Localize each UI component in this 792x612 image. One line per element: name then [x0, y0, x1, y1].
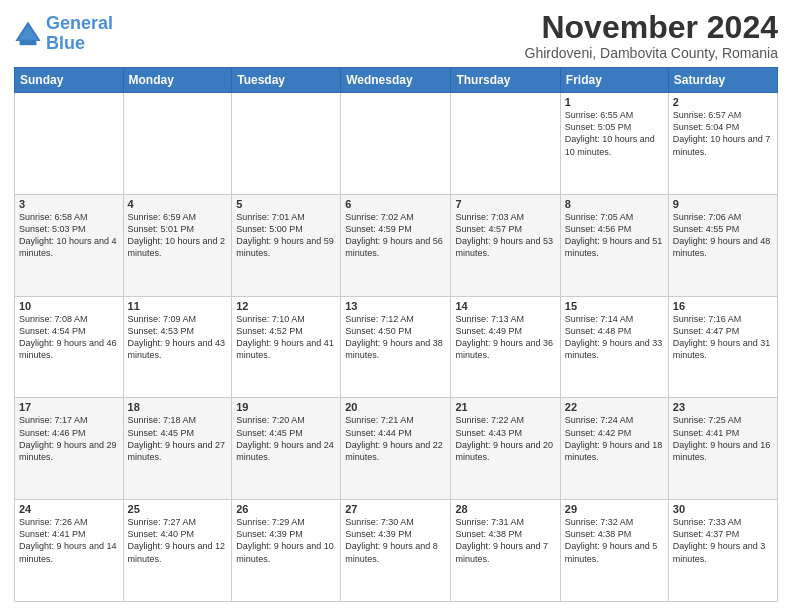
day-info: Sunrise: 7:27 AM Sunset: 4:40 PM Dayligh… — [128, 516, 228, 565]
calendar-cell: 5Sunrise: 7:01 AM Sunset: 5:00 PM Daylig… — [232, 194, 341, 296]
calendar-cell: 3Sunrise: 6:58 AM Sunset: 5:03 PM Daylig… — [15, 194, 124, 296]
day-number: 18 — [128, 401, 228, 413]
calendar-cell: 21Sunrise: 7:22 AM Sunset: 4:43 PM Dayli… — [451, 398, 560, 500]
day-info: Sunrise: 7:26 AM Sunset: 4:41 PM Dayligh… — [19, 516, 119, 565]
header-sunday: Sunday — [15, 68, 124, 93]
day-number: 5 — [236, 198, 336, 210]
calendar-cell: 8Sunrise: 7:05 AM Sunset: 4:56 PM Daylig… — [560, 194, 668, 296]
calendar-week-0: 1Sunrise: 6:55 AM Sunset: 5:05 PM Daylig… — [15, 93, 778, 195]
calendar-week-1: 3Sunrise: 6:58 AM Sunset: 5:03 PM Daylig… — [15, 194, 778, 296]
logo-blue: Blue — [46, 33, 85, 53]
calendar-cell: 14Sunrise: 7:13 AM Sunset: 4:49 PM Dayli… — [451, 296, 560, 398]
calendar-cell: 23Sunrise: 7:25 AM Sunset: 4:41 PM Dayli… — [668, 398, 777, 500]
main-title: November 2024 — [525, 10, 778, 45]
calendar-cell: 24Sunrise: 7:26 AM Sunset: 4:41 PM Dayli… — [15, 500, 124, 602]
calendar-cell: 29Sunrise: 7:32 AM Sunset: 4:38 PM Dayli… — [560, 500, 668, 602]
day-info: Sunrise: 6:58 AM Sunset: 5:03 PM Dayligh… — [19, 211, 119, 260]
day-info: Sunrise: 7:03 AM Sunset: 4:57 PM Dayligh… — [455, 211, 555, 260]
calendar-week-2: 10Sunrise: 7:08 AM Sunset: 4:54 PM Dayli… — [15, 296, 778, 398]
calendar-cell: 6Sunrise: 7:02 AM Sunset: 4:59 PM Daylig… — [341, 194, 451, 296]
day-number: 21 — [455, 401, 555, 413]
calendar-cell: 28Sunrise: 7:31 AM Sunset: 4:38 PM Dayli… — [451, 500, 560, 602]
day-number: 17 — [19, 401, 119, 413]
day-number: 28 — [455, 503, 555, 515]
calendar-cell: 9Sunrise: 7:06 AM Sunset: 4:55 PM Daylig… — [668, 194, 777, 296]
calendar-cell: 16Sunrise: 7:16 AM Sunset: 4:47 PM Dayli… — [668, 296, 777, 398]
calendar-cell: 18Sunrise: 7:18 AM Sunset: 4:45 PM Dayli… — [123, 398, 232, 500]
logo-text: General Blue — [46, 14, 113, 54]
day-info: Sunrise: 7:13 AM Sunset: 4:49 PM Dayligh… — [455, 313, 555, 362]
logo: General Blue — [14, 14, 113, 54]
logo-icon — [14, 20, 42, 48]
subtitle: Ghirdoveni, Dambovita County, Romania — [525, 45, 778, 61]
day-number: 20 — [345, 401, 446, 413]
day-number: 24 — [19, 503, 119, 515]
calendar-cell: 19Sunrise: 7:20 AM Sunset: 4:45 PM Dayli… — [232, 398, 341, 500]
day-info: Sunrise: 7:18 AM Sunset: 4:45 PM Dayligh… — [128, 414, 228, 463]
day-number: 13 — [345, 300, 446, 312]
calendar-cell: 10Sunrise: 7:08 AM Sunset: 4:54 PM Dayli… — [15, 296, 124, 398]
calendar-cell: 20Sunrise: 7:21 AM Sunset: 4:44 PM Dayli… — [341, 398, 451, 500]
day-number: 1 — [565, 96, 664, 108]
day-number: 3 — [19, 198, 119, 210]
day-info: Sunrise: 7:33 AM Sunset: 4:37 PM Dayligh… — [673, 516, 773, 565]
header-friday: Friday — [560, 68, 668, 93]
day-number: 7 — [455, 198, 555, 210]
day-info: Sunrise: 7:31 AM Sunset: 4:38 PM Dayligh… — [455, 516, 555, 565]
day-number: 9 — [673, 198, 773, 210]
day-info: Sunrise: 7:01 AM Sunset: 5:00 PM Dayligh… — [236, 211, 336, 260]
day-number: 26 — [236, 503, 336, 515]
day-number: 12 — [236, 300, 336, 312]
calendar-cell — [123, 93, 232, 195]
day-info: Sunrise: 7:14 AM Sunset: 4:48 PM Dayligh… — [565, 313, 664, 362]
calendar-cell: 25Sunrise: 7:27 AM Sunset: 4:40 PM Dayli… — [123, 500, 232, 602]
day-info: Sunrise: 6:55 AM Sunset: 5:05 PM Dayligh… — [565, 109, 664, 158]
header-thursday: Thursday — [451, 68, 560, 93]
day-info: Sunrise: 7:21 AM Sunset: 4:44 PM Dayligh… — [345, 414, 446, 463]
day-info: Sunrise: 7:30 AM Sunset: 4:39 PM Dayligh… — [345, 516, 446, 565]
day-info: Sunrise: 7:16 AM Sunset: 4:47 PM Dayligh… — [673, 313, 773, 362]
day-info: Sunrise: 7:32 AM Sunset: 4:38 PM Dayligh… — [565, 516, 664, 565]
header: General Blue November 2024 Ghirdoveni, D… — [14, 10, 778, 61]
calendar-table: Sunday Monday Tuesday Wednesday Thursday… — [14, 67, 778, 602]
title-block: November 2024 Ghirdoveni, Dambovita Coun… — [525, 10, 778, 61]
calendar-cell: 7Sunrise: 7:03 AM Sunset: 4:57 PM Daylig… — [451, 194, 560, 296]
calendar-cell: 30Sunrise: 7:33 AM Sunset: 4:37 PM Dayli… — [668, 500, 777, 602]
day-info: Sunrise: 7:20 AM Sunset: 4:45 PM Dayligh… — [236, 414, 336, 463]
day-number: 29 — [565, 503, 664, 515]
day-info: Sunrise: 7:12 AM Sunset: 4:50 PM Dayligh… — [345, 313, 446, 362]
calendar-header: Sunday Monday Tuesday Wednesday Thursday… — [15, 68, 778, 93]
header-wednesday: Wednesday — [341, 68, 451, 93]
calendar-cell: 17Sunrise: 7:17 AM Sunset: 4:46 PM Dayli… — [15, 398, 124, 500]
day-info: Sunrise: 7:09 AM Sunset: 4:53 PM Dayligh… — [128, 313, 228, 362]
calendar-cell: 2Sunrise: 6:57 AM Sunset: 5:04 PM Daylig… — [668, 93, 777, 195]
header-row: Sunday Monday Tuesday Wednesday Thursday… — [15, 68, 778, 93]
day-info: Sunrise: 7:10 AM Sunset: 4:52 PM Dayligh… — [236, 313, 336, 362]
calendar-week-4: 24Sunrise: 7:26 AM Sunset: 4:41 PM Dayli… — [15, 500, 778, 602]
calendar-cell: 12Sunrise: 7:10 AM Sunset: 4:52 PM Dayli… — [232, 296, 341, 398]
header-saturday: Saturday — [668, 68, 777, 93]
day-info: Sunrise: 6:57 AM Sunset: 5:04 PM Dayligh… — [673, 109, 773, 158]
day-number: 23 — [673, 401, 773, 413]
header-monday: Monday — [123, 68, 232, 93]
calendar-cell: 4Sunrise: 6:59 AM Sunset: 5:01 PM Daylig… — [123, 194, 232, 296]
day-number: 30 — [673, 503, 773, 515]
day-info: Sunrise: 7:22 AM Sunset: 4:43 PM Dayligh… — [455, 414, 555, 463]
calendar-cell: 15Sunrise: 7:14 AM Sunset: 4:48 PM Dayli… — [560, 296, 668, 398]
day-info: Sunrise: 7:08 AM Sunset: 4:54 PM Dayligh… — [19, 313, 119, 362]
day-number: 27 — [345, 503, 446, 515]
calendar-cell: 27Sunrise: 7:30 AM Sunset: 4:39 PM Dayli… — [341, 500, 451, 602]
day-number: 2 — [673, 96, 773, 108]
calendar-cell: 1Sunrise: 6:55 AM Sunset: 5:05 PM Daylig… — [560, 93, 668, 195]
day-info: Sunrise: 7:25 AM Sunset: 4:41 PM Dayligh… — [673, 414, 773, 463]
header-tuesday: Tuesday — [232, 68, 341, 93]
day-number: 11 — [128, 300, 228, 312]
day-number: 25 — [128, 503, 228, 515]
calendar-cell — [232, 93, 341, 195]
day-number: 6 — [345, 198, 446, 210]
calendar-cell: 26Sunrise: 7:29 AM Sunset: 4:39 PM Dayli… — [232, 500, 341, 602]
page: General Blue November 2024 Ghirdoveni, D… — [0, 0, 792, 612]
day-info: Sunrise: 7:05 AM Sunset: 4:56 PM Dayligh… — [565, 211, 664, 260]
day-info: Sunrise: 7:06 AM Sunset: 4:55 PM Dayligh… — [673, 211, 773, 260]
day-number: 15 — [565, 300, 664, 312]
